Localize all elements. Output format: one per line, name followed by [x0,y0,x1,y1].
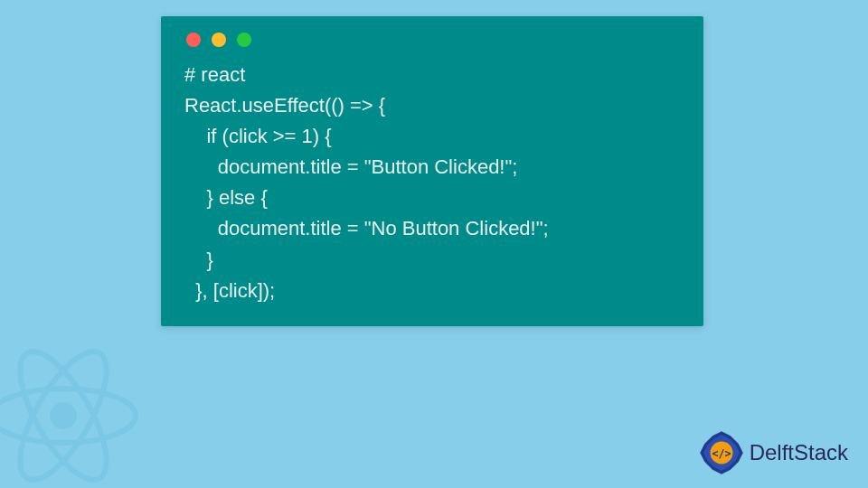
code-line: document.title = "No Button Clicked!"; [184,217,549,239]
svg-point-3 [52,405,74,427]
maximize-icon [237,33,251,47]
code-window: # react React.useEffect(() => { if (clic… [161,16,703,326]
code-line: # react [184,63,245,86]
code-line: }, [click]); [184,279,275,302]
minimize-icon [212,33,226,47]
code-line: } [184,249,213,271]
watermark-icon [0,325,154,488]
code-line: document.title = "Button Clicked!"; [184,155,517,178]
code-line: } else { [184,186,268,209]
svg-text:</>: </> [712,447,731,460]
code-line: React.useEffect(() => { [184,94,385,117]
window-controls [184,33,680,47]
logo-badge-icon: </> [699,430,744,475]
code-line: if (click >= 1) { [184,125,332,147]
brand-name: DelftStack [750,440,848,465]
brand-logo: </> DelftStack [699,430,848,475]
code-block: # react React.useEffect(() => { if (clic… [184,60,680,306]
close-icon [186,33,201,47]
